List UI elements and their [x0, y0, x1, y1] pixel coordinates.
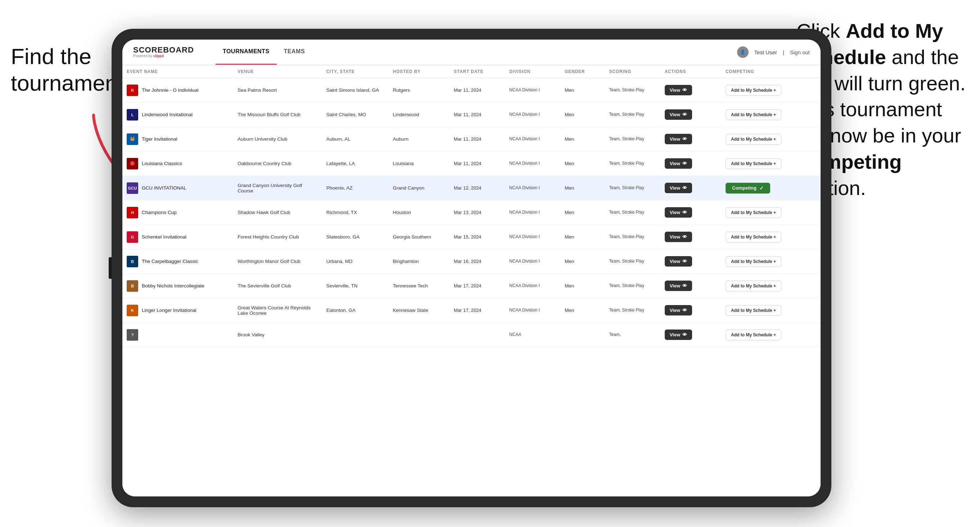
table-cell: Brook Valley — [233, 323, 322, 347]
table-cell: Richmond, TX — [322, 200, 389, 225]
table-cell: Mar 11, 2024 — [450, 103, 505, 127]
table-container: EVENT NAME VENUE CITY, STATE HOSTED BY S… — [123, 65, 821, 497]
user-name: Test User — [754, 49, 777, 56]
event-name: Champions Cup — [142, 210, 177, 215]
table-cell: The Sevierville Golf Club — [233, 274, 322, 298]
table-row: LLindenwood InvitationalThe Missouri Blu… — [123, 103, 821, 127]
table-cell: Men — [560, 200, 605, 225]
view-button[interactable]: View 👁 — [665, 232, 692, 242]
table-cell: Team, Stroke Play — [605, 225, 660, 249]
table-cell: Georgia Southern — [389, 225, 450, 249]
event-name: Bobby Nichols Intercollegiate — [142, 283, 204, 289]
th-division: DIVISION — [505, 65, 560, 78]
table-cell: NCAA Division I — [505, 298, 560, 323]
th-start-date: START DATE — [450, 65, 505, 78]
add-to-schedule-button[interactable]: Add to My Schedule + — [725, 330, 781, 340]
table-cell: Men — [560, 298, 605, 323]
view-button[interactable]: View 👁 — [665, 183, 692, 193]
table-cell: Team, Stroke Play — [605, 249, 660, 274]
th-event-name: EVENT NAME — [123, 65, 233, 78]
table-cell: Team, Stroke Play — [605, 176, 660, 200]
event-name: GCU INVITATIONAL — [142, 185, 186, 190]
table-row: KLinger Longer InvitationalGreat Waters … — [123, 298, 821, 323]
table-cell: Men — [560, 249, 605, 274]
table-cell: Mar 11, 2024 — [450, 127, 505, 151]
view-button[interactable]: View 👁 — [665, 110, 692, 120]
add-to-schedule-button[interactable]: Add to My Schedule + — [725, 256, 781, 267]
view-button[interactable]: View 👁 — [665, 207, 692, 217]
sign-out-link[interactable]: Sign out — [790, 49, 810, 56]
th-venue: VENUE — [233, 65, 322, 78]
add-to-schedule-button[interactable]: Add to My Schedule + — [725, 305, 781, 316]
event-name: The Johnnie - O Individual — [142, 87, 199, 93]
view-button[interactable]: View 👁 — [665, 256, 692, 267]
table-cell: NCAA Division I — [505, 249, 560, 274]
view-button[interactable]: View 👁 — [665, 305, 692, 316]
add-to-schedule-button[interactable]: Add to My Schedule + — [725, 207, 781, 218]
table-cell: Eatonton, GA — [322, 298, 389, 323]
tab-teams[interactable]: TEAMS — [277, 40, 312, 65]
add-to-schedule-button[interactable]: Add to My Schedule + — [725, 134, 781, 144]
view-button[interactable]: View 👁 — [665, 134, 692, 144]
tournaments-table: EVENT NAME VENUE CITY, STATE HOSTED BY S… — [123, 65, 821, 347]
th-competing: COMPETING — [721, 65, 821, 78]
table-cell: Binghamton — [389, 249, 450, 274]
table-cell: Men — [560, 151, 605, 176]
table-cell: Grand Canyon University Golf Course — [233, 176, 322, 200]
view-button[interactable]: View 👁 — [665, 330, 692, 340]
view-button[interactable]: View 👁 — [665, 281, 692, 291]
table-cell: Team, Stroke Play — [605, 78, 660, 103]
table-cell: Auburn University Club — [233, 127, 322, 151]
view-button[interactable]: View 👁 — [665, 158, 692, 169]
th-gender: GENDER — [560, 65, 605, 78]
add-to-schedule-button[interactable]: Add to My Schedule + — [725, 158, 781, 169]
table-cell: Shadow Hawk Golf Club — [233, 200, 322, 225]
view-button[interactable]: View 👁 — [665, 85, 692, 95]
table-cell: Mar 12, 2024 — [450, 176, 505, 200]
add-to-schedule-button[interactable]: Add to My Schedule + — [725, 85, 781, 96]
add-to-schedule-button[interactable]: Add to My Schedule + — [725, 232, 781, 243]
table-cell: Mar 15, 2024 — [450, 225, 505, 249]
nav-tabs: TOURNAMENTS TEAMS — [216, 40, 312, 65]
th-city-state: CITY, STATE — [322, 65, 389, 78]
table-cell: Mar 13, 2024 — [450, 200, 505, 225]
table-cell: Mar 11, 2024 — [450, 151, 505, 176]
table-cell — [389, 323, 450, 347]
table-cell: The Missouri Bluffs Golf Club — [233, 103, 322, 127]
separator: | — [783, 49, 784, 56]
table-cell: Mar 17, 2024 — [450, 298, 505, 323]
table-cell — [322, 323, 389, 347]
table-cell: Forest Heights Country Club — [233, 225, 322, 249]
add-to-schedule-button[interactable]: Add to My Schedule + — [725, 281, 781, 291]
table-cell: NCAA Division I — [505, 176, 560, 200]
competing-button[interactable]: Competing ✓ — [725, 183, 770, 194]
table-cell: Louisiana — [389, 151, 450, 176]
table-cell: Kennesaw State — [389, 298, 450, 323]
event-name: Louisiana Classics — [142, 161, 182, 166]
table-cell: Phoenix, AZ — [322, 176, 389, 200]
event-name: Lindenwood Invitational — [142, 112, 192, 117]
table-cell: NCAA Division I — [505, 103, 560, 127]
event-name: The Carpetbagger Classic — [142, 259, 198, 264]
table-cell: Men — [560, 274, 605, 298]
tablet-frame: SCOREBOARD Powered by clippd TOURNAMENTS… — [111, 29, 831, 507]
table-cell: Houston — [389, 200, 450, 225]
table-cell: Men — [560, 225, 605, 249]
table-cell: NCAA — [505, 323, 560, 347]
table-cell: Grand Canyon — [389, 176, 450, 200]
table-cell: Men — [560, 78, 605, 103]
th-actions: ACTIONS — [660, 65, 721, 78]
table-cell: NCAA Division I — [505, 225, 560, 249]
table-cell: Sevierville, TN — [322, 274, 389, 298]
table-cell: Sea Palms Resort — [233, 78, 322, 103]
table-cell: Mar 16, 2024 — [450, 249, 505, 274]
table-cell: Men — [560, 103, 605, 127]
tab-tournaments[interactable]: TOURNAMENTS — [216, 40, 277, 65]
table-cell: Great Waters Course At Reynolds Lake Oco… — [233, 298, 322, 323]
add-to-schedule-button[interactable]: Add to My Schedule + — [725, 110, 781, 120]
table-cell: Urbana, MD — [322, 249, 389, 274]
table-row: BBobby Nichols IntercollegiateThe Sevier… — [123, 274, 821, 298]
navbar: SCOREBOARD Powered by clippd TOURNAMENTS… — [123, 40, 821, 65]
table-row: GSchenkel InvitationalForest Heights Cou… — [123, 225, 821, 249]
table-cell — [450, 323, 505, 347]
